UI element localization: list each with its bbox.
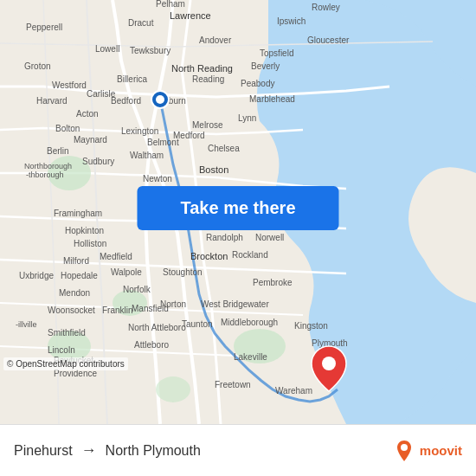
svg-text:Medfield: Medfield <box>100 252 132 261</box>
svg-text:Belmont: Belmont <box>147 138 179 147</box>
svg-text:Stoughton: Stoughton <box>163 267 203 277</box>
svg-text:Peabody: Peabody <box>241 79 274 88</box>
moovit-logo: moovit <box>392 439 462 463</box>
svg-text:Billerica: Billerica <box>117 74 147 84</box>
map-container: Lawrence North Reading Lowell Andover Re… <box>0 0 476 424</box>
osm-attribution: © OpenStreetMap contributors <box>3 357 128 370</box>
svg-text:Lowell: Lowell <box>95 44 119 54</box>
svg-text:Lynn: Lynn <box>238 113 256 123</box>
destination-label: North Plymouth <box>106 443 201 459</box>
svg-text:Maynard: Maynard <box>74 135 107 145</box>
svg-text:Berlin: Berlin <box>47 146 69 156</box>
svg-text:Harvard: Harvard <box>36 96 68 106</box>
svg-text:Rockland: Rockland <box>232 250 268 260</box>
svg-text:Groton: Groton <box>24 61 51 71</box>
svg-text:Newton: Newton <box>143 174 172 183</box>
svg-text:Norton: Norton <box>160 299 186 309</box>
svg-text:Andover: Andover <box>199 35 232 45</box>
take-me-there-button[interactable]: Take me there <box>137 186 338 230</box>
svg-point-82 <box>322 357 336 370</box>
svg-text:Norfolk: Norfolk <box>123 285 151 294</box>
svg-text:Marblehead: Marblehead <box>249 94 295 104</box>
svg-text:Wareham: Wareham <box>275 386 312 396</box>
svg-text:Hopedale: Hopedale <box>61 271 98 280</box>
lawrence-label: Lawrence <box>170 10 211 21</box>
svg-text:Westford: Westford <box>52 80 87 90</box>
svg-text:Gloucester: Gloucester <box>307 35 350 45</box>
svg-text:Woonsocket: Woonsocket <box>48 306 95 315</box>
svg-text:-thborough: -thborough <box>26 170 64 179</box>
svg-text:West Bridgewater: West Bridgewater <box>201 299 269 309</box>
bottom-bar: Pinehurst → North Plymouth moovit <box>0 424 476 476</box>
svg-text:Hopkinton: Hopkinton <box>65 226 104 235</box>
svg-text:Pelham: Pelham <box>156 0 185 9</box>
svg-text:Beverly: Beverly <box>251 61 280 71</box>
svg-text:North Reading: North Reading <box>171 63 233 74</box>
svg-text:Tewksbury: Tewksbury <box>130 46 170 55</box>
svg-text:Northborough: Northborough <box>24 162 72 170</box>
svg-text:Freetown: Freetown <box>215 380 251 389</box>
svg-text:Chelsea: Chelsea <box>208 144 240 153</box>
svg-text:Norwell: Norwell <box>255 233 284 242</box>
svg-text:Milford: Milford <box>63 256 89 266</box>
svg-text:Franklin: Franklin <box>102 306 133 315</box>
svg-text:Sudbury: Sudbury <box>82 157 114 166</box>
svg-text:Brockton: Brockton <box>190 251 228 261</box>
moovit-pin-icon <box>392 439 416 463</box>
arrow-icon: → <box>81 441 97 460</box>
svg-text:Walpole: Walpole <box>111 267 142 277</box>
svg-text:North Attleboro: North Attleboro <box>128 323 186 332</box>
svg-text:Waltham: Waltham <box>130 151 164 160</box>
svg-text:Attleboro: Attleboro <box>134 340 169 350</box>
svg-text:Smithfield: Smithfield <box>48 328 86 338</box>
svg-text:Acton: Acton <box>76 109 99 119</box>
svg-text:Mendon: Mendon <box>59 288 90 298</box>
svg-text:Pembroke: Pembroke <box>253 278 293 287</box>
svg-text:Framingham: Framingham <box>54 209 102 218</box>
svg-text:Lakeville: Lakeville <box>234 352 267 362</box>
svg-text:Melrose: Melrose <box>192 120 223 130</box>
svg-text:Uxbridge: Uxbridge <box>19 271 54 280</box>
svg-text:Randolph: Randolph <box>206 233 243 242</box>
svg-text:-illville: -illville <box>16 320 37 329</box>
svg-point-5 <box>156 376 190 402</box>
svg-text:Middleborough: Middleborough <box>221 318 278 327</box>
svg-text:Reading: Reading <box>192 74 224 84</box>
svg-point-81 <box>156 95 164 104</box>
svg-text:Ipswich: Ipswich <box>277 16 306 26</box>
svg-text:Taunton: Taunton <box>182 319 213 329</box>
svg-text:Carlisle: Carlisle <box>87 89 116 99</box>
moovit-text: moovit <box>420 443 462 458</box>
svg-text:Dracut: Dracut <box>128 18 154 28</box>
svg-text:Holliston: Holliston <box>74 239 106 248</box>
svg-text:Lexington: Lexington <box>121 126 158 136</box>
svg-text:Pepperell: Pepperell <box>26 23 62 32</box>
origin-label: Pinehurst <box>14 443 73 459</box>
svg-text:Topsfield: Topsfield <box>260 48 293 58</box>
svg-point-83 <box>401 444 408 451</box>
svg-text:Bolton: Bolton <box>55 124 80 133</box>
svg-text:Kingston: Kingston <box>294 321 328 331</box>
svg-text:Rowley: Rowley <box>312 3 340 12</box>
svg-text:Lincoln: Lincoln <box>48 345 75 355</box>
svg-text:Boston: Boston <box>199 164 228 175</box>
